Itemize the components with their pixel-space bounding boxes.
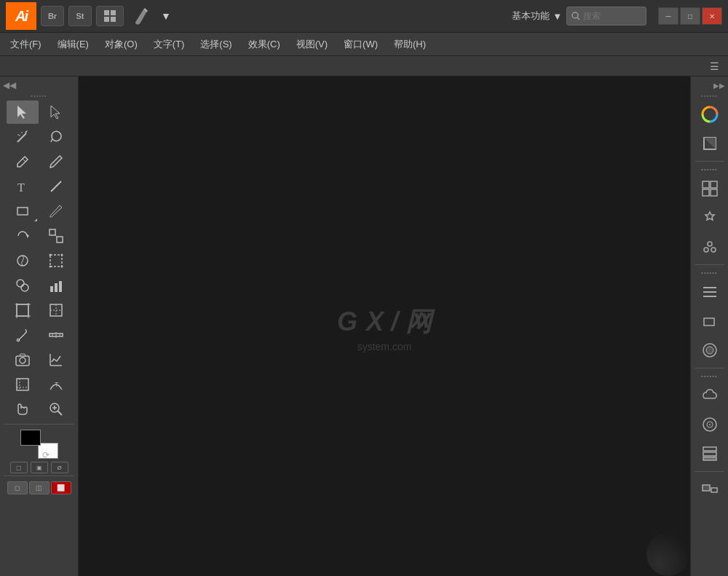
tool-row-rect xyxy=(0,200,78,223)
eyedropper-tool[interactable] xyxy=(7,323,39,347)
svg-point-62 xyxy=(711,248,716,252)
minimize-button[interactable]: ─ xyxy=(658,7,678,25)
menu-type[interactable]: 文字(T) xyxy=(146,35,192,54)
tab-bar-controls: ☰ xyxy=(707,59,727,74)
paintbrush-tool[interactable] xyxy=(40,200,72,223)
svg-rect-3 xyxy=(111,17,116,22)
graph-tool[interactable] xyxy=(40,274,72,297)
lasso-tool[interactable] xyxy=(40,125,72,149)
workspace-selector[interactable]: 基本功能 ▼ xyxy=(512,9,562,23)
tool-row-select xyxy=(0,100,78,124)
appearance-panel-icon[interactable] xyxy=(696,336,724,364)
shape-builder-tool[interactable] xyxy=(7,274,39,297)
grid-button[interactable] xyxy=(96,6,124,26)
brushes-panel-icon[interactable] xyxy=(696,204,724,232)
right-panel-divider-4 xyxy=(695,471,724,472)
watermark-sub-text: system.com xyxy=(357,341,412,352)
chart-tool[interactable] xyxy=(40,348,72,371)
draw-inside-button[interactable]: ⬜ xyxy=(51,481,71,494)
color-area: ⟳ ▢ ▣ Ø xyxy=(0,430,78,473)
measure-tool[interactable] xyxy=(40,323,72,347)
color-panel-icon[interactable] xyxy=(696,100,724,128)
draw-normal-button[interactable]: ◻ xyxy=(7,481,28,494)
symbols-panel-icon[interactable] xyxy=(696,233,724,261)
color-squares[interactable]: ⟳ xyxy=(20,430,58,459)
svg-point-71 xyxy=(709,424,711,425)
draw-behind-button[interactable]: ◫ xyxy=(29,481,50,494)
layers-panel-icon[interactable] xyxy=(696,440,724,467)
creative-cloud-icon[interactable] xyxy=(696,382,724,409)
none-button[interactable]: Ø xyxy=(51,462,68,473)
right-panel-divider-2 xyxy=(695,264,724,265)
menu-effect[interactable]: 效果(C) xyxy=(241,35,288,54)
svg-point-22 xyxy=(60,254,63,256)
menu-object[interactable]: 对象(O) xyxy=(98,35,145,54)
svg-rect-75 xyxy=(703,485,710,491)
svg-rect-58 xyxy=(703,189,709,196)
direct-selection-tool[interactable] xyxy=(40,100,72,124)
app-logo: Ai xyxy=(6,2,36,30)
svg-line-18 xyxy=(55,235,57,237)
bridge-button[interactable]: Br xyxy=(41,6,64,26)
scale-tool[interactable] xyxy=(40,224,72,248)
panel-toggle-icon[interactable]: ☰ xyxy=(707,59,722,74)
svg-point-4 xyxy=(572,12,578,18)
svg-rect-0 xyxy=(104,10,109,15)
close-button[interactable]: ✕ xyxy=(702,7,722,25)
menu-select[interactable]: 选择(S) xyxy=(193,35,239,54)
svg-rect-1 xyxy=(111,10,116,15)
rotate-tool[interactable] xyxy=(7,224,39,248)
left-toolbar: ◀◀ •••••• xyxy=(0,76,79,576)
svg-point-24 xyxy=(60,266,63,268)
collapse-right-button[interactable]: ▶▶ xyxy=(691,79,728,91)
tool-row-magic xyxy=(0,125,78,149)
line-tool[interactable] xyxy=(40,175,72,198)
align-panel-icon[interactable] xyxy=(696,278,724,306)
gradient-button[interactable]: ▣ xyxy=(31,462,48,473)
right-panel-section-3: •••••• xyxy=(701,373,718,379)
menu-help[interactable]: 帮助(H) xyxy=(387,35,433,54)
pathfinder-panel-icon[interactable] xyxy=(696,307,724,335)
warp-tool[interactable] xyxy=(7,249,39,272)
gradient-panel-icon[interactable] xyxy=(696,411,724,438)
pencil-tool[interactable] xyxy=(40,150,72,173)
menu-edit[interactable]: 编辑(E) xyxy=(50,35,96,54)
svg-point-25 xyxy=(17,280,24,287)
free-transform-tool[interactable] xyxy=(40,249,72,272)
toolbar-divider-2 xyxy=(4,476,74,476)
artboard-tool[interactable] xyxy=(7,299,39,322)
type-on-path-tool[interactable]: T xyxy=(40,373,72,396)
menu-window[interactable]: 窗口(W) xyxy=(336,35,385,54)
crop-tool[interactable] xyxy=(7,373,39,396)
collapse-left-button[interactable]: ◀◀ xyxy=(0,79,78,91)
paint-icon[interactable] xyxy=(128,6,151,26)
hand-tool[interactable] xyxy=(7,398,39,421)
restore-button[interactable]: □ xyxy=(680,7,700,25)
rectangle-tool[interactable] xyxy=(7,200,39,223)
svg-point-61 xyxy=(704,248,708,252)
svg-rect-59 xyxy=(711,189,717,196)
stock-button[interactable]: St xyxy=(68,6,92,26)
stroke-panel-icon[interactable] xyxy=(696,130,724,157)
search-input[interactable] xyxy=(583,11,641,21)
camera-tool[interactable] xyxy=(7,348,39,371)
selection-tool[interactable] xyxy=(7,100,39,124)
reset-colors[interactable]: ⟳ xyxy=(42,450,50,460)
foreground-color[interactable] xyxy=(20,430,41,446)
slice-tool[interactable] xyxy=(40,299,72,322)
menu-file[interactable]: 文件(F) xyxy=(3,35,49,54)
svg-rect-74 xyxy=(703,457,716,460)
type-tool[interactable]: T xyxy=(7,175,39,198)
tool-row-shape xyxy=(0,274,78,297)
menu-view[interactable]: 视图(V) xyxy=(289,35,335,54)
pen-tool[interactable] xyxy=(7,150,39,173)
magic-wand-tool[interactable] xyxy=(7,125,39,149)
svg-rect-27 xyxy=(50,286,53,292)
fill-button[interactable]: ▢ xyxy=(10,462,28,473)
svg-rect-29 xyxy=(59,281,62,292)
grid-panel-icon[interactable] xyxy=(696,175,724,202)
zoom-tool[interactable] xyxy=(40,398,72,421)
tab-bar: ☰ xyxy=(0,56,728,76)
dropdown-arrow[interactable]: ▼ xyxy=(156,6,176,26)
artboards-panel-icon[interactable] xyxy=(696,476,724,503)
